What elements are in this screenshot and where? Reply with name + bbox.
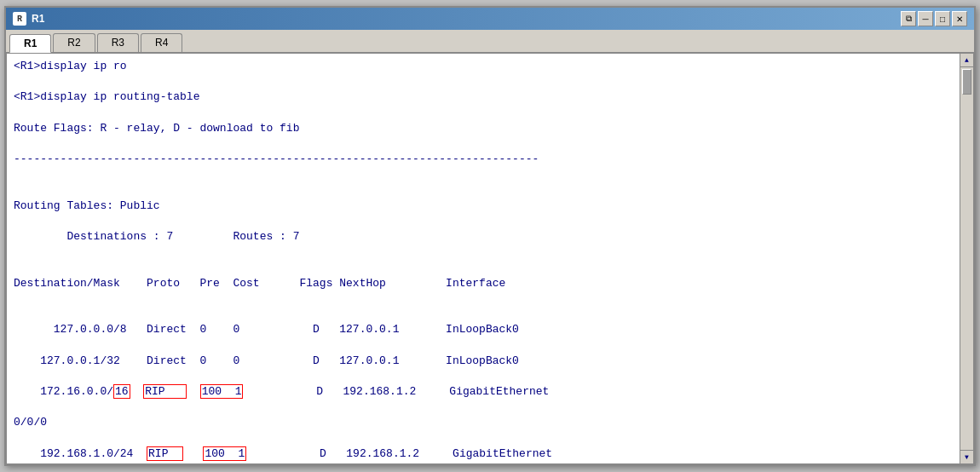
maximize-button[interactable]: □ — [935, 11, 950, 26]
line-12: 192.168.1.0/24 RIP 100 1 D 192.168.1.2 G… — [14, 446, 951, 462]
highlight-172-mask: 16 — [113, 384, 130, 399]
title-bar-left: R R1 — [13, 12, 44, 26]
scrollbar-up-button[interactable]: ▲ — [960, 54, 973, 67]
line-11: 0/0/0 — [14, 415, 951, 430]
highlight-100-1: 100 1 — [200, 384, 244, 399]
tab-bar: R1 R2 R3 R4 — [6, 30, 974, 53]
line-10: 172.16.0.0/16 RIP 100 1 D 192.168.1.2 Gi… — [14, 384, 951, 400]
scrollbar-down-button[interactable]: ▼ — [960, 450, 973, 463]
line-7: Destination/Mask Proto Pre Cost Flags Ne… — [14, 260, 951, 291]
highlight-100-2: 100 1 — [203, 446, 246, 461]
terminal-text: <R1>display ip ro <R1>display ip routing… — [14, 59, 951, 464]
line-5: Routing Tables: Public — [14, 183, 951, 214]
title-buttons: ⧉ ─ □ ✕ — [901, 11, 967, 26]
main-window: R R1 ⧉ ─ □ ✕ R1 R2 R3 R4 <R1>display ip … — [4, 6, 976, 466]
terminal-content: <R1>display ip ro <R1>display ip routing… — [14, 59, 966, 464]
tab-r1[interactable]: R1 — [9, 34, 51, 53]
highlight-rip-1: RIP — [143, 384, 187, 399]
line-8: 127.0.0.0/8 Direct 0 0 D 127.0.0.1 InLoo… — [14, 307, 951, 337]
title-bar: R R1 ⧉ ─ □ ✕ — [6, 8, 974, 30]
window-title: R1 — [32, 13, 44, 25]
tab-r4[interactable]: R4 — [141, 33, 182, 52]
scrollbar-thumb[interactable] — [962, 69, 971, 95]
line-9: 127.0.0.1/32 Direct 0 0 D 127.0.0.1 InLo… — [14, 354, 951, 369]
minimize-button[interactable]: ─ — [918, 11, 933, 26]
line-4: ----------------------------------------… — [14, 152, 951, 167]
tab-r2[interactable]: R2 — [53, 33, 95, 52]
tab-r3[interactable]: R3 — [97, 33, 139, 52]
highlight-rip-2: RIP — [147, 446, 183, 461]
line-1: <R1>display ip ro — [14, 59, 951, 74]
close-button[interactable]: ✕ — [952, 11, 967, 26]
terminal-area[interactable]: <R1>display ip ro <R1>display ip routing… — [6, 53, 974, 464]
app-icon: R — [13, 12, 26, 26]
line-2: <R1>display ip routing-table — [14, 89, 951, 105]
restore-button[interactable]: ⧉ — [901, 11, 916, 26]
line-6: Destinations : 7 Routes : 7 — [14, 229, 951, 245]
scrollbar[interactable]: ▲ ▼ — [960, 54, 973, 463]
line-3: Route Flags: R - relay, D - download to … — [14, 121, 951, 136]
